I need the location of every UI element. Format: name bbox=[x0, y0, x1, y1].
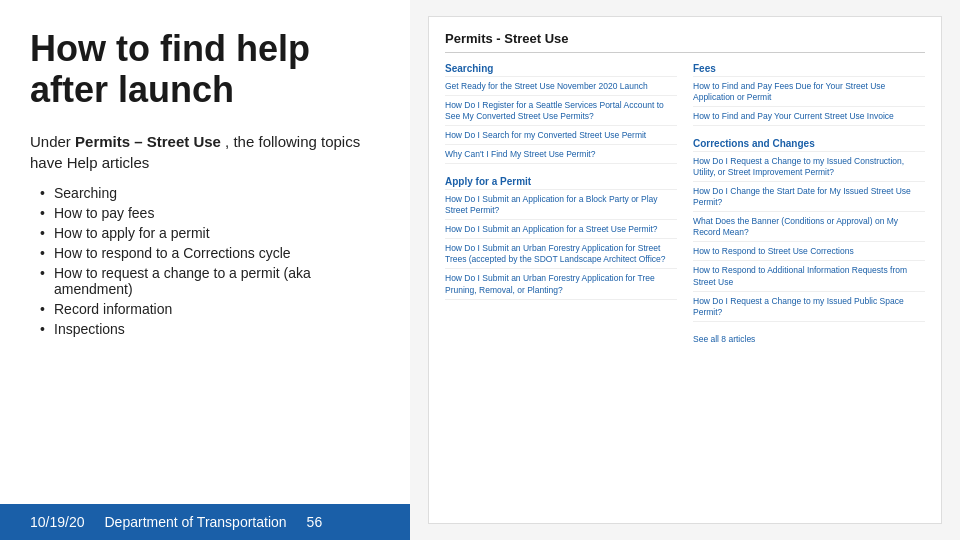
subtitle: Under Permits – Street Use , the followi… bbox=[30, 131, 380, 173]
help-page-title: Permits - Street Use bbox=[445, 31, 925, 53]
subtitle-pre: Under bbox=[30, 133, 75, 150]
help-section: Apply for a PermitHow Do I Submit an App… bbox=[445, 176, 677, 299]
help-col-left: SearchingGet Ready for the Street Use No… bbox=[445, 63, 677, 344]
help-section: FeesHow to Find and Pay Fees Due for You… bbox=[693, 63, 925, 126]
help-link[interactable]: How Do I Register for a Seattle Services… bbox=[445, 100, 677, 126]
list-item: How to pay fees bbox=[40, 203, 380, 223]
footer-slide: 56 bbox=[307, 514, 323, 530]
help-link[interactable]: Get Ready for the Street Use November 20… bbox=[445, 81, 677, 96]
main-content: How to find help after launch Under Perm… bbox=[0, 0, 960, 540]
right-panel: Permits - Street Use SearchingGet Ready … bbox=[410, 0, 960, 540]
footer-date: 10/19/20 bbox=[30, 514, 85, 530]
subtitle-bold: Permits – Street Use bbox=[75, 133, 221, 150]
help-link[interactable]: What Does the Banner (Conditions or Appr… bbox=[693, 216, 925, 242]
help-link[interactable]: Why Can't I Find My Street Use Permit? bbox=[445, 149, 677, 164]
help-link[interactable]: How Do I Change the Start Date for My Is… bbox=[693, 186, 925, 212]
footer-bar: 10/19/20 Department of Transportation 56 bbox=[0, 504, 410, 540]
footer-org: Department of Transportation bbox=[105, 514, 287, 530]
help-section-title: Apply for a Permit bbox=[445, 176, 677, 190]
page-title: How to find help after launch bbox=[30, 28, 380, 111]
help-section-title: Corrections and Changes bbox=[693, 138, 925, 152]
list-item: How to apply for a permit bbox=[40, 223, 380, 243]
help-link[interactable]: How Do I Submit an Urban Forestry Applic… bbox=[445, 243, 677, 269]
help-link[interactable]: How to Find and Pay Fees Due for Your St… bbox=[693, 81, 925, 107]
help-link[interactable]: How Do I Submit an Application for a Str… bbox=[445, 224, 677, 239]
help-section-title: Searching bbox=[445, 63, 677, 77]
help-col-right: FeesHow to Find and Pay Fees Due for You… bbox=[693, 63, 925, 344]
list-item: How to respond to a Corrections cycle bbox=[40, 243, 380, 263]
bullet-list: SearchingHow to pay feesHow to apply for… bbox=[30, 183, 380, 339]
help-link[interactable]: How Do I Request a Change to my Issued C… bbox=[693, 156, 925, 182]
help-link[interactable]: How Do I Submit an Application for a Blo… bbox=[445, 194, 677, 220]
help-link[interactable]: How Do I Request a Change to my Issued P… bbox=[693, 296, 925, 322]
list-item: Searching bbox=[40, 183, 380, 203]
help-section: Corrections and ChangesHow Do I Request … bbox=[693, 138, 925, 322]
help-screenshot: Permits - Street Use SearchingGet Ready … bbox=[428, 16, 942, 524]
list-item: Inspections bbox=[40, 319, 380, 339]
list-item: How to request a change to a permit (aka… bbox=[40, 263, 380, 299]
help-section-title: Fees bbox=[693, 63, 925, 77]
help-link[interactable]: How to Find and Pay Your Current Street … bbox=[693, 111, 925, 126]
help-link[interactable]: How to Respond to Street Use Corrections bbox=[693, 246, 925, 261]
help-link[interactable]: How Do I Submit an Urban Forestry Applic… bbox=[445, 273, 677, 299]
help-link[interactable]: How to Respond to Additional Information… bbox=[693, 265, 925, 291]
see-all-link[interactable]: See all 8 articles bbox=[693, 334, 925, 344]
left-panel: How to find help after launch Under Perm… bbox=[0, 0, 410, 540]
help-section: SearchingGet Ready for the Street Use No… bbox=[445, 63, 677, 164]
help-link[interactable]: How Do I Search for my Converted Street … bbox=[445, 130, 677, 145]
help-columns: SearchingGet Ready for the Street Use No… bbox=[445, 63, 925, 344]
list-item: Record information bbox=[40, 299, 380, 319]
